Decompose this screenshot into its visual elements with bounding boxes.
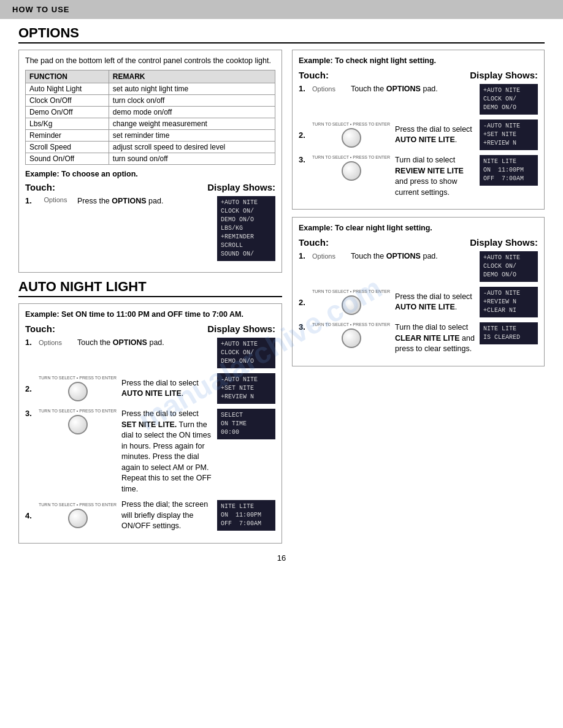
check-lcd-1: +AUTO NITECLOCK ON/DEMO ON/O — [480, 84, 538, 115]
clear-lcd-3: NITE LITEIS CLEARED — [480, 322, 538, 344]
auto-touch-display-header: Touch: Display Shows: — [25, 324, 275, 334]
auto-night-title: AUTO NIGHT LIGHT — [18, 279, 282, 297]
clear-header: Touch: Display Shows: — [299, 237, 538, 248]
auto-touch-label: Touch: — [25, 324, 55, 334]
options-intro: The pad on the bottom left of the contro… — [25, 56, 275, 65]
table-cell: change weight measurement — [109, 118, 275, 130]
clear-touch-label: Touch: — [299, 237, 329, 248]
table-cell: set reminder time — [109, 130, 275, 142]
check-step-2: 2. TURN TO SELECT • PRESS TO ENTER Press… — [299, 119, 538, 150]
table-cell: Clock On/Off — [26, 95, 109, 107]
auto-lcd-1: +AUTO NITECLOCK ON/DEMO ON/O — [217, 338, 275, 368]
check-step1-touch: Options — [312, 84, 346, 93]
touch-display-header: Touch: Display Shows: — [25, 182, 275, 192]
check-step-1: 1. Options Touch the OPTIONS pad. +AUTO … — [299, 84, 538, 115]
clear-step-1: 1. Options Touch the OPTIONS pad. +AUTO … — [299, 251, 538, 282]
check-title: Example: To check night light setting. — [299, 56, 538, 65]
check-display-label: Display Shows: — [470, 70, 538, 80]
dial-icon-4 — [68, 509, 88, 528]
table-cell: Reminder — [26, 130, 109, 142]
check-lcd-2: -AUTO NITE+SET NITE+REVIEW N — [480, 119, 538, 150]
dial-icon-2 — [68, 382, 88, 401]
dial-icon-check-3 — [342, 161, 361, 181]
dial-icon-3 — [68, 415, 88, 434]
table-cell: turn sound on/off — [109, 153, 275, 165]
header-bar: HOW TO USE — [0, 0, 563, 19]
check-header: Touch: Display Shows: — [299, 70, 538, 80]
options-step-1: 1. Options Press the OPTIONS pad. +AUTO … — [25, 196, 275, 261]
example-choose-title: Example: To choose an option. — [25, 170, 275, 178]
auto-lcd-2: -AUTO NITE+SET NITE+REVIEW N — [217, 373, 275, 404]
dial-icon-clear-3 — [342, 328, 361, 348]
auto-step4-dial: TURN TO SELECT • PRESS TO ENTER — [39, 502, 117, 528]
clear-lcd-2: -AUTO NITE+REVIEW N+CLEAR NI — [480, 287, 538, 317]
clear-title: Example: To clear night light setting. — [299, 224, 538, 232]
auto-lcd-3: SELECTON TIME00:00 — [217, 409, 275, 439]
options-lcd-1: +AUTO NITECLOCK ON/DEMO ON/OLBS/KG+REMIN… — [217, 196, 275, 261]
auto-step-2: 2. TURN TO SELECT • PRESS TO ENTER Press… — [25, 373, 275, 404]
check-step3-dial: TURN TO SELECT • PRESS TO ENTER — [312, 155, 390, 181]
display-label-options: Display Shows: — [207, 182, 275, 192]
check-touch-label: Touch: — [299, 70, 329, 80]
options-touch-options: Options — [39, 196, 72, 203]
table-cell: Sound On/Off — [26, 153, 109, 165]
function-table: FUNCTION REMARK Auto Night Lightset auto… — [25, 70, 275, 165]
left-column: The pad on the bottom left of the contro… — [18, 50, 282, 544]
header-title: HOW TO USE — [12, 5, 70, 14]
table-cell: turn clock on/off — [109, 95, 275, 107]
check-example-box: Example: To check night light setting. T… — [292, 50, 545, 210]
check-step-3: 3. TURN TO SELECT • PRESS TO ENTER Turn … — [299, 155, 538, 198]
clear-step2-dial: TURN TO SELECT • PRESS TO ENTER — [312, 289, 390, 315]
auto-step3-dial: TURN TO SELECT • PRESS TO ENTER — [39, 409, 117, 434]
auto-example-set-title: Example: Set ON time to 11:00 PM and OFF… — [25, 310, 275, 319]
clear-display-label: Display Shows: — [470, 237, 538, 248]
clear-example-box: Example: To clear night light setting. T… — [292, 217, 545, 366]
clear-step3-dial: TURN TO SELECT • PRESS TO ENTER — [312, 322, 390, 348]
options-title: OPTIONS — [18, 25, 545, 44]
col-function: FUNCTION — [26, 70, 109, 83]
table-cell: set auto night light time — [109, 83, 275, 95]
table-cell: Demo On/Off — [26, 107, 109, 118]
right-column: Example: To check night light setting. T… — [292, 50, 545, 544]
col-remark: REMARK — [109, 70, 275, 83]
touch-label-options: Touch: — [25, 182, 55, 192]
page-number: 16 — [18, 553, 545, 563]
table-cell: demo mode on/off — [109, 107, 275, 118]
auto-step2-dial: TURN TO SELECT • PRESS TO ENTER — [39, 376, 117, 401]
clear-step1-touch: Options — [312, 251, 346, 260]
check-lcd-3: NITE LITEON 11:00PMOFF 7:00AM — [480, 155, 538, 186]
table-cell: adjust scroll speed to desired level — [109, 142, 275, 153]
dial-icon-check-2 — [342, 128, 361, 148]
clear-step-2: 2. TURN TO SELECT • PRESS TO ENTER Press… — [299, 287, 538, 317]
table-cell: Lbs/Kg — [26, 118, 109, 130]
dial-icon-clear-2 — [342, 295, 361, 315]
table-cell: Auto Night Light — [26, 83, 109, 95]
clear-step-3: 3. TURN TO SELECT • PRESS TO ENTER Turn … — [299, 322, 538, 355]
check-step2-dial: TURN TO SELECT • PRESS TO ENTER — [312, 122, 390, 148]
auto-display-label: Display Shows: — [207, 324, 275, 334]
auto-step1-touch: Options — [39, 338, 72, 347]
table-cell: Scroll Speed — [26, 142, 109, 153]
options-box: The pad on the bottom left of the contro… — [18, 50, 282, 273]
auto-step-4: 4. TURN TO SELECT • PRESS TO ENTER Press… — [25, 499, 275, 532]
auto-night-box: Example: Set ON time to 11:00 PM and OFF… — [18, 303, 282, 544]
auto-step-1: 1. Options Touch the OPTIONS pad. +AUTO … — [25, 338, 275, 368]
clear-lcd-1: +AUTO NITECLOCK ON/DEMO ON/O — [480, 251, 538, 282]
auto-lcd-4: NITE LITEON 11:00PMOFF 7:00AM — [217, 500, 275, 531]
auto-step-3: 3. TURN TO SELECT • PRESS TO ENTER Press… — [25, 409, 275, 495]
